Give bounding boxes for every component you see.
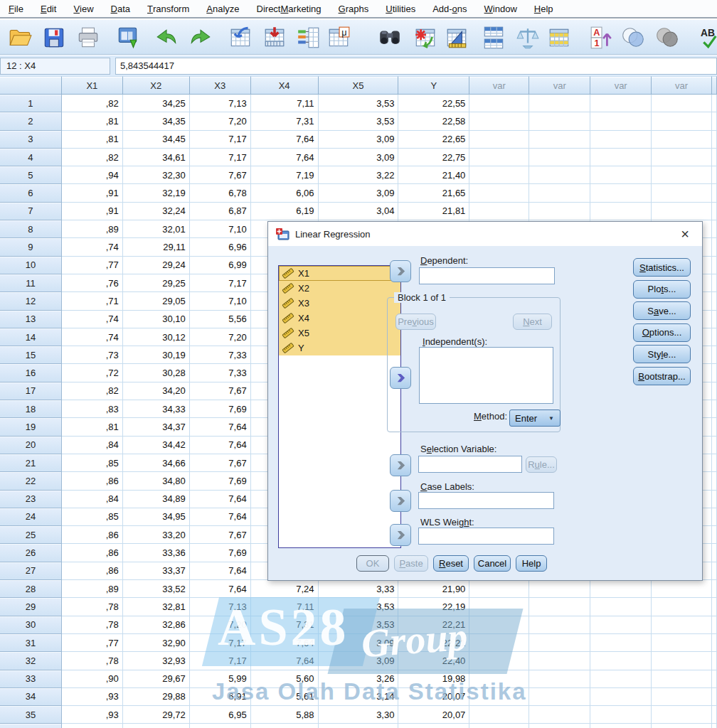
menu-file[interactable]: File: [0, 0, 32, 17]
variable-item-x3[interactable]: X3: [279, 296, 400, 311]
grid-cell[interactable]: [469, 580, 529, 598]
grid-cell[interactable]: [529, 184, 590, 202]
grid-cell[interactable]: 22,19: [398, 598, 469, 616]
grid-cell[interactable]: [590, 112, 652, 130]
grid-cell[interactable]: ,77: [62, 257, 123, 274]
column-header-x1[interactable]: X1: [62, 76, 123, 95]
menu-data[interactable]: Data: [102, 0, 139, 17]
grid-cell[interactable]: 7,19: [251, 166, 319, 184]
grid-cell[interactable]: 22,58: [398, 112, 469, 130]
grid-cell[interactable]: 7,64: [251, 652, 319, 670]
grid-cell[interactable]: 7,10: [190, 220, 251, 238]
grid-cell[interactable]: ,94: [62, 166, 123, 184]
grid-cell[interactable]: 6,06: [251, 184, 319, 202]
grid-cell[interactable]: 7,69: [190, 472, 251, 490]
grid-cell[interactable]: 7,67: [190, 166, 251, 184]
row-header[interactable]: 15: [0, 346, 62, 364]
grid-cell[interactable]: [469, 95, 529, 112]
menu-window[interactable]: Window: [476, 0, 526, 17]
grid-cell[interactable]: 7,13: [190, 95, 251, 112]
grid-cell[interactable]: 7,31: [251, 616, 319, 634]
grid-cell[interactable]: 5,88: [251, 706, 319, 724]
grid-cell[interactable]: 7,24: [251, 580, 319, 598]
menu-graphs[interactable]: Graphs: [330, 0, 378, 17]
case-labels-field[interactable]: [418, 492, 554, 509]
grid-cell[interactable]: ,93: [62, 706, 123, 724]
grid-cell[interactable]: ,86: [62, 472, 123, 490]
grid-cell[interactable]: [469, 652, 529, 670]
grid-cell[interactable]: 21,40: [398, 166, 469, 184]
grid-cell[interactable]: 32,01: [123, 220, 190, 238]
grid-cell[interactable]: 32,86: [123, 616, 190, 634]
grid-cell[interactable]: ,74: [62, 328, 123, 346]
grid-cell[interactable]: [529, 688, 590, 706]
grid-corner-cell[interactable]: [0, 76, 62, 95]
grid-cell[interactable]: [529, 580, 590, 598]
grid-cell[interactable]: [529, 724, 590, 728]
move-dependent-arrow-button[interactable]: [390, 260, 411, 282]
print-icon[interactable]: [74, 23, 102, 52]
paste-button[interactable]: Paste: [394, 555, 428, 572]
grid-cell[interactable]: [529, 598, 590, 616]
weight-cases-icon[interactable]: [514, 23, 542, 52]
row-header[interactable]: 27: [0, 562, 62, 580]
column-header-y[interactable]: Y: [398, 76, 469, 95]
insert-variable-icon[interactable]: [442, 23, 471, 52]
grid-cell[interactable]: 7,10: [190, 292, 251, 310]
grid-cell[interactable]: 20,07: [398, 706, 469, 724]
grid-cell[interactable]: [652, 652, 712, 670]
grid-cell[interactable]: [590, 706, 652, 724]
grid-cell[interactable]: 7,17: [190, 149, 251, 166]
grid-cell[interactable]: [529, 652, 590, 670]
grid-cell[interactable]: [398, 724, 469, 728]
grid-cell[interactable]: 3,33: [319, 580, 399, 598]
grid-cell[interactable]: 22,40: [398, 652, 469, 670]
grid-cell[interactable]: 30,19: [123, 346, 190, 364]
menu-view[interactable]: View: [65, 0, 102, 17]
grid-cell[interactable]: [469, 724, 529, 728]
row-header[interactable]: 28: [0, 580, 62, 598]
previous-button[interactable]: Previous: [395, 314, 436, 330]
grid-cell[interactable]: 3,53: [319, 598, 399, 616]
row-header[interactable]: 11: [0, 274, 62, 292]
goto-variable-icon[interactable]: [260, 23, 289, 52]
grid-cell[interactable]: [590, 95, 652, 112]
descriptives-icon[interactable]: μ: [324, 23, 353, 52]
grid-cell[interactable]: [590, 598, 652, 616]
variable-item-x4[interactable]: X4: [279, 311, 400, 326]
row-header[interactable]: 30: [0, 616, 62, 634]
grid-cell[interactable]: 22,65: [398, 131, 469, 149]
grid-cell[interactable]: 29,72: [123, 706, 190, 724]
wls-weight-field[interactable]: [418, 528, 554, 545]
grid-cell[interactable]: [469, 670, 529, 688]
row-header[interactable]: 17: [0, 382, 62, 400]
grid-cell[interactable]: 34,95: [123, 508, 190, 526]
row-header[interactable]: 20: [0, 437, 62, 454]
method-dropdown[interactable]: Enter ▼: [509, 410, 561, 427]
use-variable-sets-icon[interactable]: [619, 23, 647, 52]
grid-cell[interactable]: [652, 203, 712, 220]
row-header[interactable]: 13: [0, 311, 62, 328]
dialog-title-bar[interactable]: Linear Regression ×: [268, 222, 702, 246]
grid-cell[interactable]: [469, 598, 529, 616]
grid-cell[interactable]: 5,56: [190, 311, 251, 328]
grid-cell[interactable]: [469, 184, 529, 202]
independents-list[interactable]: [419, 347, 553, 404]
grid-cell[interactable]: 19,98: [398, 670, 469, 688]
row-header[interactable]: 2: [0, 112, 62, 130]
grid-cell[interactable]: 21,65: [398, 184, 469, 202]
grid-cell[interactable]: [469, 112, 529, 130]
grid-cell[interactable]: [529, 131, 590, 149]
variables-icon[interactable]: [294, 23, 323, 52]
row-header[interactable]: 8: [0, 220, 62, 238]
grid-cell[interactable]: 7,64: [190, 437, 251, 454]
grid-cell[interactable]: 30,10: [123, 311, 190, 328]
grid-cell[interactable]: 7,11: [251, 598, 319, 616]
source-variable-list[interactable]: X1X2X3X4X5Y: [278, 265, 401, 548]
grid-cell[interactable]: [469, 166, 529, 184]
grid-cell[interactable]: [251, 724, 319, 728]
grid-cell[interactable]: [590, 131, 652, 149]
grid-cell[interactable]: ,81: [62, 112, 123, 130]
variable-item-y[interactable]: Y: [279, 341, 400, 355]
menu-utilities[interactable]: Utilities: [377, 0, 424, 17]
